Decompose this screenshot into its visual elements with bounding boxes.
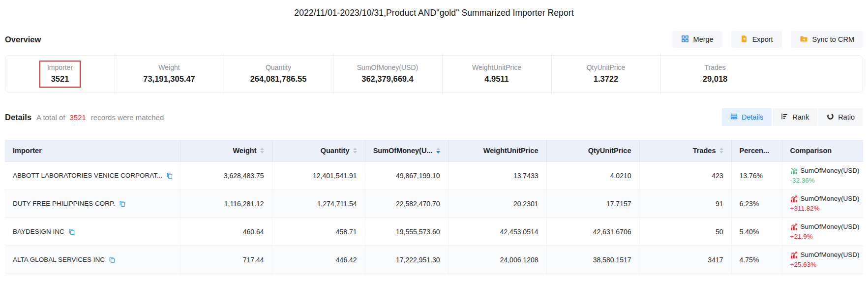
col-header-trades[interactable]: Trades	[639, 140, 731, 161]
cell-comparison: SumOfMoney(USD) +25.63%	[782, 246, 863, 274]
sync-to-crm-button-label: Sync to CRM	[812, 35, 854, 43]
col-label: Percen...	[740, 147, 769, 155]
stat-label: SumOfMoney(USD)	[357, 63, 418, 71]
importer-highlight-box: Importer 3521	[39, 61, 81, 88]
trend-chart-icon	[790, 223, 798, 230]
records-matched-suffix: records were matched	[91, 113, 164, 122]
sort-control[interactable]	[719, 148, 723, 154]
stat-trades: Trades 29,018	[660, 61, 770, 88]
stat-value: 3521	[51, 74, 69, 84]
trend-chart-icon	[790, 251, 798, 258]
comparison-metric: SumOfMoney(USD)	[801, 195, 860, 202]
importer-table-wrap: Importer Weight Quantity SumOfMoney(U...…	[5, 140, 863, 274]
sort-control[interactable]	[353, 148, 357, 154]
caret-up-icon	[353, 148, 357, 150]
table-row: ABBOTT LABORATORIES VENICE CORPORAT... 3…	[5, 161, 863, 189]
col-header-percent: Percen...	[731, 140, 782, 161]
records-matched-prefix: A total of	[36, 113, 65, 122]
cell-comparison: SumOfMoney(USD) +21.9%	[782, 218, 863, 246]
col-header-comparison: Comparison	[782, 140, 863, 161]
stat-label: Quantity	[266, 63, 291, 71]
tab-details[interactable]: Details	[722, 108, 772, 126]
sort-control[interactable]	[436, 148, 440, 154]
table-row: ALTA GLOBAL SERVICES INC 717.44 446.42 1…	[5, 246, 863, 274]
toolbar: Merge Export Sync to CRM	[672, 31, 863, 48]
stat-importer: Importer 3521	[5, 61, 115, 88]
col-label: Quantity	[321, 147, 350, 155]
overview-heading: Overview	[5, 35, 41, 44]
tab-ratio[interactable]: Ratio	[818, 108, 863, 126]
cell-weight: 717.44	[180, 246, 272, 274]
cell-weight: 3,628,483.75	[180, 161, 272, 189]
copy-icon[interactable]	[109, 256, 116, 263]
importer-name: DUTY FREE PHILIPPINES CORP.	[13, 200, 115, 207]
copy-icon[interactable]	[166, 172, 172, 179]
col-header-sum-of-money[interactable]: SumOfMoney(U...	[365, 140, 448, 161]
sync-folder-icon	[800, 35, 808, 44]
export-button-label: Export	[752, 35, 773, 43]
caret-up-icon	[436, 148, 440, 150]
tab-rank-label: Rank	[792, 113, 809, 121]
col-label: SumOfMoney(U...	[373, 147, 433, 155]
cell-quantity: 1,274,711.54	[272, 189, 365, 218]
tab-rank[interactable]: Rank	[773, 108, 817, 126]
col-label: QtyUnitPrice	[588, 147, 631, 155]
cell-weight-unit-price: 20.2301	[448, 189, 546, 218]
col-header-weight-unit-price: WeightUnitPrice	[448, 140, 546, 161]
overview-stats-card: Importer 3521 Weight 73,191,305.47 Quant…	[5, 55, 863, 93]
table-grid-icon	[730, 113, 738, 122]
cell-qty-unit-price: 38,580.1517	[546, 246, 639, 274]
col-header-weight[interactable]: Weight	[180, 140, 272, 161]
cell-importer: BAYDESIGN INC	[5, 218, 180, 246]
cell-quantity: 446.42	[272, 246, 365, 274]
stat-weight-unit-price: WeightUnitPrice 4.9511	[442, 61, 551, 88]
records-matched-text: Details A total of 3521 records were mat…	[5, 113, 164, 122]
col-label: WeightUnitPrice	[483, 147, 539, 155]
stat-label: WeightUnitPrice	[472, 63, 521, 71]
caret-down-icon	[260, 151, 264, 154]
comparison-metric: SumOfMoney(USD)	[801, 223, 860, 230]
details-heading: Details	[5, 113, 31, 122]
comparison-change: +25.63%	[790, 261, 856, 268]
cell-percent: 13.76%	[731, 161, 782, 189]
cell-qty-unit-price: 17.7157	[546, 189, 639, 218]
stat-value: 29,018	[703, 74, 727, 84]
cell-trades: 91	[639, 189, 731, 218]
cell-qty-unit-price: 4.0210	[546, 161, 639, 189]
cell-weight-unit-price: 13.7433	[448, 161, 546, 189]
tab-ratio-label: Ratio	[838, 113, 855, 121]
view-tabs: Details Rank Ratio	[722, 108, 863, 126]
copy-icon[interactable]	[119, 200, 126, 207]
col-header-quantity[interactable]: Quantity	[272, 140, 365, 161]
stat-weight: Weight 73,191,305.47	[115, 61, 224, 88]
export-button[interactable]: Export	[731, 31, 782, 48]
importer-name: BAYDESIGN INC	[13, 228, 64, 235]
comparison-metric: SumOfMoney(USD)	[801, 167, 860, 174]
cell-trades: 423	[639, 161, 731, 189]
comparison-metric: SumOfMoney(USD)	[801, 251, 860, 258]
cell-weight-unit-price: 42,453.0514	[448, 218, 546, 246]
copy-icon[interactable]	[68, 228, 75, 235]
merge-grid-icon	[681, 35, 689, 44]
caret-down-icon	[436, 151, 440, 154]
sort-control[interactable]	[260, 148, 264, 154]
stat-label: QtyUnitPrice	[587, 63, 626, 71]
cell-sum-of-money: 49,867,199.10	[365, 161, 448, 189]
cell-weight-unit-price: 24,006.1208	[448, 246, 546, 274]
caret-down-icon	[719, 151, 723, 154]
table-row: BAYDESIGN INC 460.64 458.71 19,555,573.6…	[5, 218, 863, 246]
sync-to-crm-button[interactable]: Sync to CRM	[791, 31, 863, 48]
caret-up-icon	[260, 148, 264, 150]
caret-up-icon	[719, 148, 723, 150]
details-section-head: Details A total of 3521 records were mat…	[5, 107, 863, 127]
stat-sum-of-money: SumOfMoney(USD) 362,379,669.4	[333, 61, 442, 88]
cell-quantity: 458.71	[272, 218, 365, 246]
merge-button[interactable]: Merge	[672, 31, 722, 48]
stat-value: 1.3722	[594, 74, 618, 84]
stat-label: Trades	[704, 63, 725, 71]
trend-chart-icon	[790, 167, 798, 174]
stat-label: Weight	[158, 63, 180, 71]
cell-comparison: SumOfMoney(USD) -32.36%	[782, 161, 863, 189]
importer-table: Importer Weight Quantity SumOfMoney(U...…	[5, 140, 863, 274]
cell-sum-of-money: 22,582,470.70	[365, 189, 448, 218]
